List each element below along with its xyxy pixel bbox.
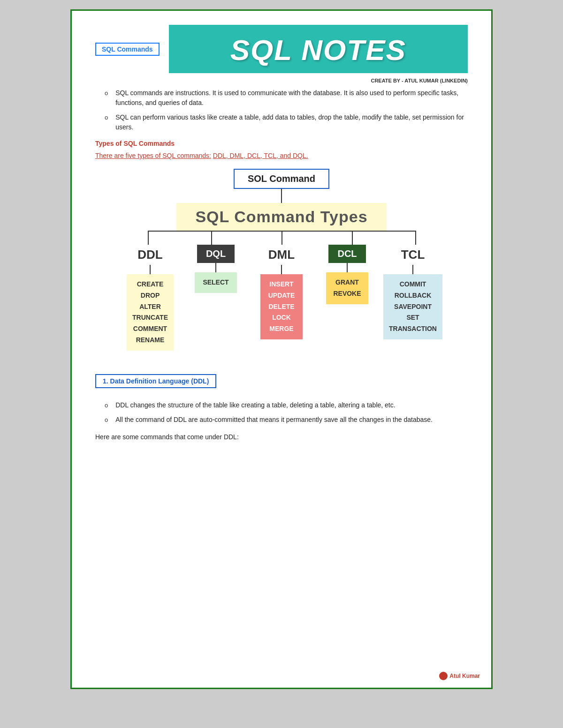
sql-diagram: SOL Command SQL Command Types DDL CREATE…	[95, 169, 468, 351]
footer-logo: Atul Kumar	[439, 672, 480, 680]
cmd-types-row: DDL CREATEDROPALTERTRUNCATECOMMENTRENAME…	[122, 245, 441, 351]
logo-icon	[439, 672, 448, 680]
types-intro: There are five types of SQL commands: DD…	[95, 152, 468, 159]
types-section-title: Types of SQL Commands	[95, 140, 468, 147]
intro-bullet-list: SQL commands are instructions. It is use…	[105, 88, 468, 132]
vert-line-1	[281, 189, 282, 203]
ddl-footer-text: Here are some commands that come under D…	[95, 432, 468, 442]
created-by: CREATE BY - ATUL KUMAR (LINKEDIN)	[95, 78, 468, 83]
cmd-items-tcl: COMMITROLLBACKSAVEPOINTSET TRANSACTION	[383, 274, 442, 339]
list-item: SQL can perform various tasks like creat…	[105, 113, 468, 132]
list-item: SQL commands are instructions. It is use…	[105, 88, 468, 108]
sql-commands-badge: SQL Commands	[95, 43, 160, 56]
types-underlined: DDL, DML, DCL, TCL, and DQL.	[213, 152, 308, 159]
cmd-items-ddl: CREATEDROPALTERTRUNCATECOMMENTRENAME	[127, 274, 174, 351]
vert-down-2	[211, 231, 212, 245]
vert-small-dcl	[347, 263, 348, 272]
page-title: SQL NOTES	[178, 33, 458, 67]
cmd-col-tcl: TCL COMMITROLLBACKSAVEPOINTSET TRANSACTI…	[385, 245, 441, 351]
sql-command-box: SOL Command	[234, 169, 329, 189]
list-item: All the command of DDL are auto-committe…	[105, 415, 468, 425]
horiz-connector	[122, 231, 441, 245]
cmd-items-dml: INSERTUPDATEDELETELOCKMERGE	[260, 274, 303, 339]
cmd-col-ddl: DDL CREATEDROPALTERTRUNCATECOMMENTRENAME	[122, 245, 178, 351]
vert-small-dql	[215, 263, 216, 272]
vert-small-ddl	[150, 265, 151, 274]
cmd-items-dql: SELECT	[195, 272, 237, 293]
cmd-col-dql: DQL SELECT	[188, 245, 244, 351]
ddl-badge: 1. Data Definition Language (DDL)	[95, 374, 216, 388]
ddl-bullet-list: DDL changes the structure of the table l…	[105, 400, 468, 425]
cmd-label-dql: DQL	[197, 245, 235, 263]
cmd-label-ddl: DDL	[130, 245, 170, 265]
sql-command-types-box: SQL Command Types	[176, 203, 386, 231]
cmd-col-dcl: DCL GRANTREVOKE	[319, 245, 375, 351]
cmd-label-tcl: TCL	[394, 245, 433, 265]
cmd-label-dml: DML	[261, 245, 302, 265]
header: SQL Commands SQL NOTES	[95, 25, 468, 73]
logo-text: Atul Kumar	[449, 673, 480, 679]
vert-down-1	[148, 231, 149, 245]
cmd-items-dcl: GRANTREVOKE	[326, 272, 368, 304]
header-left: SQL Commands	[95, 25, 160, 56]
vert-down-5	[415, 231, 416, 245]
page: SQL Commands SQL NOTES CREATE BY - ATUL …	[70, 9, 493, 689]
cmd-col-dml: DML INSERTUPDATEDELETELOCKMERGE	[253, 245, 310, 351]
vert-down-4	[352, 231, 353, 245]
cmd-label-dcl: DCL	[328, 245, 366, 263]
list-item: DDL changes the structure of the table l…	[105, 400, 468, 410]
vert-small-dml	[281, 265, 282, 274]
vert-down-3	[282, 231, 282, 245]
header-title-box: SQL NOTES	[169, 25, 468, 73]
types-intro-text: There are five types of SQL commands:	[95, 152, 211, 159]
vert-small-tcl	[412, 265, 413, 274]
